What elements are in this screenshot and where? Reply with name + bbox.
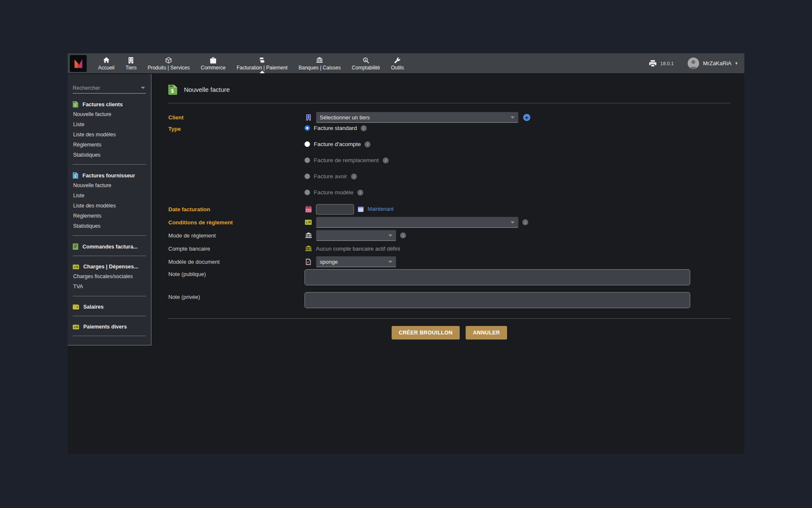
sidebar-item-tva[interactable]: TVA	[68, 282, 151, 292]
invoice-green-icon: $	[168, 84, 177, 95]
info-icon: i	[522, 219, 528, 225]
radio-disabled-icon	[304, 190, 310, 195]
sidebar-heading-paiements-divers[interactable]: $ Paiements divers	[68, 322, 151, 331]
cube-icon	[165, 57, 172, 64]
bank-account-status: Aucun compte bancaire actif défini	[316, 246, 400, 252]
radio-facture-standard[interactable]: Facture standard i	[304, 125, 367, 131]
menu-banques-caisses[interactable]: Banques | Caisses	[293, 53, 346, 73]
section-title: Paiements divers	[83, 324, 127, 330]
menu-facturation-paiement[interactable]: Facturation | Paiement	[231, 53, 293, 73]
sidebar-item-liste-des-modeles[interactable]: Liste des modèles	[68, 201, 151, 211]
menu-label: Facturation | Paiement	[236, 65, 288, 71]
radio-label: Facture modèle	[314, 189, 354, 196]
public-note-label: Note (publique)	[168, 269, 304, 277]
building-icon	[129, 57, 133, 64]
public-note-textarea[interactable]	[304, 269, 690, 285]
sidebar-item-statistiques[interactable]: Statistiques	[68, 221, 151, 231]
search-input[interactable]: Rechercher	[73, 83, 146, 94]
coins-icon	[259, 57, 265, 64]
menu-produits-services[interactable]: Produits | Services	[142, 53, 195, 73]
radio-facture-acompte[interactable]: Facture d'acompte i	[304, 141, 370, 147]
print-icon[interactable]	[649, 60, 656, 67]
select-caret-icon	[388, 235, 392, 237]
sidebar-item-charges-fiscales[interactable]: Charges fiscales/sociales	[68, 271, 151, 282]
page-title: Nouvelle facture	[184, 86, 230, 93]
datepicker-icon[interactable]	[358, 206, 364, 212]
menu-tiers[interactable]: Tiers	[120, 53, 142, 73]
separator	[73, 235, 146, 236]
sidebar-heading-factures-clients[interactable]: $ Factures clients	[68, 99, 151, 109]
date-row: Date facturation Maintenant	[168, 204, 730, 215]
sidebar-item-liste-des-modeles[interactable]: Liste des modèles	[68, 130, 151, 140]
order-green-icon	[73, 243, 78, 250]
app-window: Accueil Tiers Produits | Services Commer…	[68, 53, 744, 454]
sidebar-item-statistiques[interactable]: Statistiques	[68, 150, 151, 160]
payment-terms-select[interactable]	[316, 217, 518, 228]
select-caret-icon	[388, 261, 392, 263]
radio-disabled-icon	[304, 157, 310, 163]
chevron-down-icon[interactable]: ▾	[735, 61, 738, 66]
date-input[interactable]	[316, 204, 354, 215]
calendar-icon	[304, 206, 312, 213]
separator	[73, 164, 146, 165]
client-select[interactable]: Sélectionner un tiers	[316, 112, 518, 123]
logo-mark	[72, 58, 84, 69]
main-content: $ Nouvelle facture Client Sélectionner u…	[152, 83, 744, 340]
section-title: Charges | Dépenses...	[83, 264, 138, 270]
username[interactable]: MrZaKaRiA	[703, 60, 731, 66]
separator	[73, 336, 146, 336]
sidebar-item-reglements[interactable]: Règlements	[68, 211, 151, 221]
now-link[interactable]: Maintenant	[368, 206, 394, 212]
sidebar-heading-salaires[interactable]: Salaires	[68, 302, 151, 312]
info-icon: i	[361, 125, 367, 131]
private-note-textarea[interactable]	[304, 292, 690, 308]
main-menu: Accueil Tiers Produits | Services Commer…	[93, 53, 409, 73]
section-title: Commandes factura...	[82, 244, 138, 250]
cancel-button[interactable]: ANNULER	[466, 326, 507, 340]
menu-label: Produits | Services	[148, 65, 190, 71]
topbar-right: 18.0.1 MrZaKaRiA ▾	[649, 58, 744, 69]
menu-outils[interactable]: Outils	[386, 53, 410, 73]
wallet-icon	[73, 304, 79, 309]
client-row: Client Sélectionner un tiers +	[168, 112, 730, 123]
info-icon: i	[351, 174, 357, 179]
sidebar-item-reglements[interactable]: Règlements	[68, 140, 151, 150]
invoice-green-icon: $	[73, 101, 78, 108]
info-icon: i	[383, 157, 389, 163]
svg-text:A: A	[307, 261, 310, 264]
radio-facture-remplacement: Facture de remplacement i	[304, 157, 389, 163]
private-note-row: Note (privée)	[168, 292, 730, 308]
pdf-file-icon: A	[304, 259, 312, 265]
sidebar-heading-charges[interactable]: $ Charges | Dépenses...	[68, 262, 151, 271]
payment-mode-row: Mode de règlement i	[168, 230, 730, 241]
menu-label: Outils	[391, 65, 404, 71]
svg-text:$: $	[74, 174, 76, 178]
radio-label: Facture de remplacement	[314, 157, 379, 163]
svg-text:$: $	[306, 221, 307, 224]
menu-comptabilite[interactable]: $ Comptabilité	[346, 53, 386, 73]
search-placeholder: Rechercher	[73, 85, 100, 91]
sidebar-item-liste[interactable]: Liste	[68, 190, 151, 201]
menu-label: Tiers	[126, 65, 137, 71]
radio-unselected-icon	[304, 141, 310, 147]
top-menu-bar: Accueil Tiers Produits | Services Commer…	[68, 53, 744, 74]
app-logo[interactable]	[70, 55, 87, 72]
sidebar-item-liste[interactable]: Liste	[68, 119, 151, 130]
sidebar-heading-factures-fournisseur[interactable]: $ Factures fournisseur	[68, 171, 151, 180]
user-avatar[interactable]	[688, 58, 699, 69]
payment-mode-select[interactable]	[316, 230, 396, 241]
payment-mode-label: Mode de règlement	[168, 232, 304, 239]
client-label: Client	[168, 114, 304, 121]
add-third-party-button[interactable]: +	[523, 114, 530, 121]
document-model-select[interactable]: sponge	[316, 256, 396, 267]
menu-commerce[interactable]: Commerce	[195, 53, 231, 73]
sidebar-section-factures-fournisseur: $ Factures fournisseur Nouvelle facture …	[68, 171, 151, 236]
sidebar-section-factures-clients: $ Factures clients Nouvelle facture List…	[68, 99, 151, 165]
sidebar-item-nouvelle-facture[interactable]: Nouvelle facture	[68, 180, 151, 190]
menu-accueil[interactable]: Accueil	[93, 53, 120, 73]
sidebar-heading-commandes[interactable]: Commandes factura...	[68, 242, 151, 251]
sidebar-section-charges: $ Charges | Dépenses... Charges fiscales…	[68, 262, 151, 296]
sidebar-item-nouvelle-facture[interactable]: Nouvelle facture	[68, 109, 151, 119]
create-draft-button[interactable]: CRÉER BROUILLON	[392, 326, 460, 340]
menu-label: Commerce	[201, 65, 226, 71]
